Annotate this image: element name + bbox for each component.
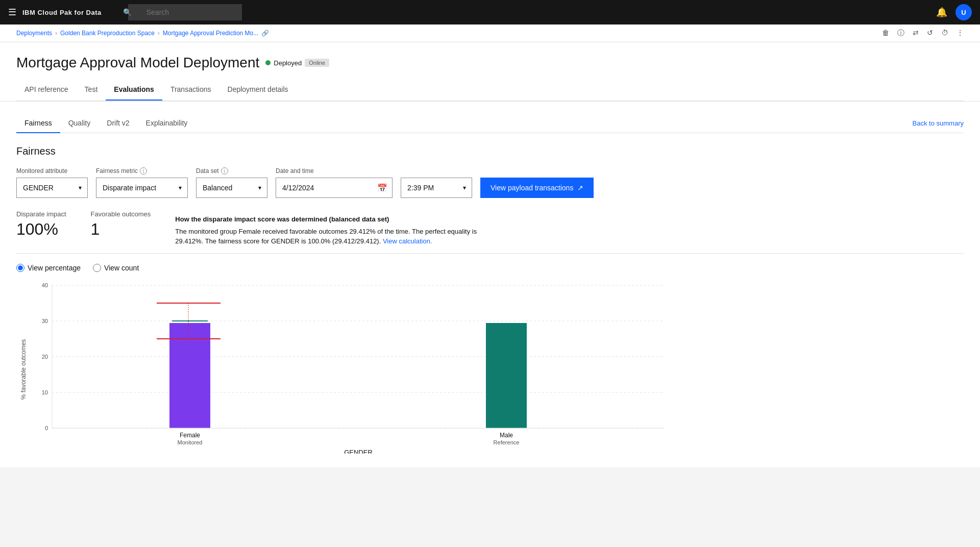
view-count-label: View count (104, 264, 139, 272)
fairness-metric-control: Fairness metric i Disparate impact (96, 167, 188, 198)
deployment-status: Deployed Online (265, 59, 329, 67)
deployed-label: Deployed (274, 59, 302, 67)
svg-text:20: 20 (42, 354, 48, 360)
time-select-wrap: 2:39 PM (401, 178, 472, 198)
app-name: IBM Cloud Pak for Data (22, 9, 102, 16)
monitored-attr-label: Monitored attribute (16, 167, 88, 175)
breadcrumb: Deployments › Golden Bank Preproduction … (16, 26, 269, 41)
view-percentage-radio[interactable] (16, 264, 24, 272)
data-set-label: Data set i (196, 167, 267, 175)
view-count-radio[interactable] (93, 264, 101, 272)
launch-icon: ↗ (577, 184, 583, 192)
info-icon[interactable]: ⓘ (897, 29, 904, 38)
date-time-control: Date and time 📅 (276, 167, 393, 198)
main-tabs: API reference Test Evaluations Transacti… (16, 79, 964, 101)
svg-text:10: 10 (42, 389, 48, 395)
calendar-icon[interactable]: 📅 (377, 183, 387, 193)
favorable-outcomes-label: Favorable outcomes (91, 210, 151, 218)
fairness-metric-label: Fairness metric i (96, 167, 188, 175)
refresh-icon[interactable]: ↺ (927, 29, 933, 38)
breadcrumb-link-icon: 🔗 (261, 30, 269, 37)
monitored-attr-select[interactable]: GENDER (16, 178, 88, 198)
search-input[interactable] (128, 4, 242, 20)
favorable-outcomes-value: 1 (91, 220, 151, 239)
data-set-info-icon[interactable]: i (221, 167, 228, 175)
search-bar[interactable]: 🔍 (118, 4, 424, 20)
page-title-row: Mortgage Approval Model Deployment Deplo… (16, 55, 964, 71)
metrics-info: Disparate impact 100% Favorable outcomes… (16, 210, 151, 249)
avatar[interactable]: U (955, 4, 972, 20)
data-set-control: Data set i Balanced (196, 167, 267, 198)
disparate-impact-metric: Disparate impact 100% (16, 210, 66, 239)
view-payload-control: Action View payload transactions ↗ (480, 167, 594, 198)
date-input[interactable] (276, 178, 393, 198)
disparate-impact-label: Disparate impact (16, 210, 66, 218)
breadcrumb-space[interactable]: Golden Bank Preproduction Space (60, 30, 155, 37)
breadcrumb-deployments[interactable]: Deployments (16, 30, 52, 37)
view-percentage-radio-label[interactable]: View percentage (16, 264, 81, 272)
tab-evaluations[interactable]: Evaluations (106, 79, 162, 101)
view-count-radio-label[interactable]: View count (93, 264, 139, 272)
info-block: Disparate impact 100% Favorable outcomes… (16, 210, 964, 249)
back-to-summary-link[interactable]: Back to summary (913, 119, 964, 127)
controls-row: Monitored attribute GENDER Fairness metr… (16, 167, 964, 198)
x-axis-label: GENDER (344, 449, 373, 454)
female-sublabel: Monitored (178, 439, 203, 445)
compare-icon[interactable]: ⇄ (913, 29, 919, 38)
sub-tab-explainability[interactable]: Explainability (138, 114, 196, 133)
sub-tab-fairness[interactable]: Fairness (16, 114, 60, 133)
top-navigation: ☰ IBM Cloud Pak for Data 🔍 🔔 U (0, 0, 980, 24)
y-axis-label: % favorable outcomes (20, 339, 27, 400)
svg-text:40: 40 (42, 282, 48, 288)
more-icon[interactable]: ⋮ (957, 29, 964, 38)
status-dot (265, 60, 271, 65)
schedule-icon[interactable]: ⏱ (941, 29, 948, 38)
view-calculation-link[interactable]: View calculation. (383, 237, 432, 245)
radio-row: View percentage View count (16, 264, 964, 272)
hamburger-menu-icon[interactable]: ☰ (8, 7, 16, 18)
time-select[interactable]: 2:39 PM (401, 178, 472, 198)
fairness-metric-info-icon[interactable]: i (140, 167, 147, 175)
data-set-select[interactable]: Balanced (196, 178, 267, 198)
fairness-metric-select[interactable]: Disparate impact (96, 178, 188, 198)
tab-transactions[interactable]: Transactions (162, 79, 219, 101)
delete-icon[interactable]: 🗑 (882, 29, 889, 38)
female-label: Female (180, 432, 200, 439)
favorable-outcomes-metric: Favorable outcomes 1 (91, 210, 151, 239)
breadcrumb-separator: › (55, 30, 57, 37)
bar-chart-svg: % favorable outcomes 40 30 20 10 0 (16, 280, 670, 454)
bar-chart: % favorable outcomes 40 30 20 10 0 (16, 280, 680, 455)
explanation-title: How the disparate impact score was deter… (175, 214, 481, 225)
content-area: Fairness Quality Drift v2 Explainability… (0, 102, 980, 467)
time-control: Time 2:39 PM (401, 167, 472, 198)
page-toolbar: 🗑 ⓘ ⇄ ↺ ⏱ ⋮ (882, 24, 964, 42)
tab-api-reference[interactable]: API reference (16, 79, 77, 101)
sub-tab-drift-v2[interactable]: Drift v2 (99, 114, 137, 133)
notification-icon[interactable]: 🔔 (936, 7, 947, 18)
data-set-select-wrap: Balanced (196, 178, 267, 198)
date-input-wrap: 📅 (276, 178, 393, 198)
explanation-text: The monitored group Female received favo… (175, 227, 481, 246)
sub-tabs: Fairness Quality Drift v2 Explainability… (16, 114, 964, 133)
explanation-block: How the disparate impact score was deter… (175, 214, 481, 249)
breadcrumb-separator-2: › (158, 30, 160, 37)
monitored-attr-control: Monitored attribute GENDER (16, 167, 88, 198)
view-payload-transactions-button[interactable]: View payload transactions ↗ (480, 178, 594, 198)
tab-test[interactable]: Test (77, 79, 106, 101)
male-sublabel: Reference (494, 439, 520, 445)
male-bar (486, 323, 527, 428)
male-label: Male (500, 432, 513, 439)
top-nav-right: 🔔 U (936, 4, 972, 20)
svg-text:0: 0 (45, 425, 48, 431)
fairness-metric-select-wrap: Disparate impact (96, 178, 188, 198)
sub-tab-quality[interactable]: Quality (60, 114, 99, 133)
tab-deployment-details[interactable]: Deployment details (219, 79, 297, 101)
chart-section: View percentage View count % favorable o… (16, 253, 964, 455)
view-percentage-label: View percentage (28, 264, 81, 272)
metrics-row: Disparate impact 100% Favorable outcomes… (16, 210, 151, 239)
online-badge: Online (305, 59, 329, 67)
fairness-section-title: Fairness (16, 145, 964, 157)
breadcrumb-current: Mortgage Approval Prediction Mo... (163, 30, 258, 37)
disparate-impact-value: 100% (16, 220, 66, 239)
page-title: Mortgage Approval Model Deployment (16, 55, 259, 71)
